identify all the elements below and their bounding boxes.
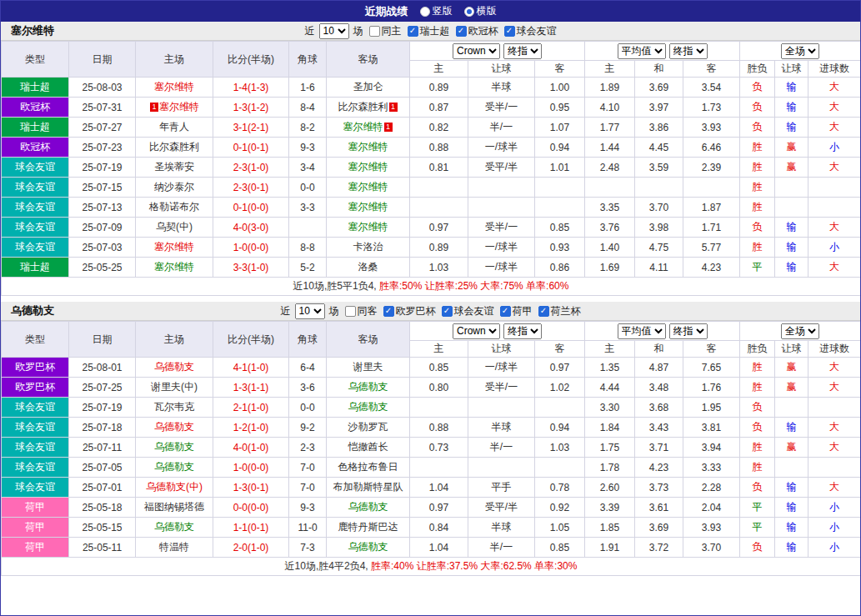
score-cell[interactable]: 1-3(1-1) (213, 378, 289, 398)
team-name[interactable]: 圣埃蒂安 (154, 161, 194, 173)
score-cell[interactable]: 1-0(0-0) (213, 458, 289, 478)
team-name[interactable]: 特温特 (159, 541, 189, 553)
team-name[interactable]: 塞尔维特 (348, 161, 388, 173)
odds-source-select[interactable]: 平均值 (618, 43, 666, 59)
score-cell[interactable]: 2-3(0-1) (213, 178, 289, 198)
odds-group-header-2: 全场 (740, 322, 861, 341)
col-header-score: 比分(半场) (213, 42, 289, 78)
odds-source-select[interactable]: 全场 (781, 43, 819, 59)
score-cell[interactable]: 1-2(1-0) (213, 418, 289, 438)
team-name[interactable]: 卡洛治 (353, 241, 383, 253)
team-name[interactable]: 塞尔维特 (343, 121, 383, 133)
layout-vertical-radio[interactable]: 竖版 (420, 4, 453, 18)
team-name[interactable]: 乌德勒支(中) (146, 481, 203, 493)
team-name[interactable]: 鹿特丹斯巴达 (338, 521, 398, 533)
team-name[interactable]: 塞尔维特 (154, 241, 194, 253)
result-handicap: 赢 (775, 358, 808, 378)
score-cell[interactable]: 1-0(0-0) (213, 238, 289, 258)
league-filter-checkbox[interactable]: ✓欧冠杯 (456, 24, 498, 38)
score-cell[interactable]: 1-3(0-1) (213, 478, 289, 498)
odds-source-select[interactable]: 终指 (503, 323, 542, 339)
col-header-date: 日期 (69, 322, 136, 358)
team-name[interactable]: 格勒诺布尔 (149, 201, 199, 213)
team-name[interactable]: 乌德勒支 (348, 501, 388, 513)
avg-away-odds: 2.39 (683, 158, 740, 178)
score-cell[interactable]: 2-3(1-0) (213, 158, 289, 178)
score-cell[interactable]: 2-1(1-0) (213, 398, 289, 418)
team-name[interactable]: 乌德勒支 (154, 361, 194, 373)
team-name[interactable]: 乌德勒支 (348, 381, 388, 393)
odds-source-select[interactable]: 终指 (503, 43, 542, 59)
layout-horizontal-radio[interactable]: 横版 (464, 4, 497, 18)
league-filter-checkbox[interactable]: ✓荷甲 (500, 304, 533, 318)
league-filter-checkbox[interactable]: ✓球会友谊 (504, 24, 557, 38)
team-name[interactable]: 乌德勒支 (348, 541, 388, 553)
league-filter-checkbox[interactable]: ✓荷兰杯 (538, 304, 581, 318)
team-name[interactable]: 乌德勒支 (154, 421, 194, 433)
team-name[interactable]: 圣加仑 (353, 81, 383, 93)
odds-source-select[interactable]: Crown (453, 43, 500, 59)
team-name[interactable]: 比尔森胜利 (338, 101, 388, 113)
away-team-cell: 卡洛治 (327, 238, 410, 258)
avg-home-odds: 3.30 (585, 398, 635, 418)
same-venue-checkbox[interactable]: 同主 (369, 24, 402, 38)
league-filter-checkbox[interactable]: ✓瑞士超 (408, 24, 450, 38)
match-date: 25-05-15 (69, 518, 136, 538)
result-handicap (775, 458, 808, 478)
sub-col-header: 客 (683, 341, 740, 358)
team-name[interactable]: 塞尔维特 (154, 81, 194, 93)
league-filter-checkbox[interactable]: ✓欧罗巴杯 (383, 304, 436, 318)
score-cell[interactable]: 1-3(1-2) (213, 98, 289, 118)
team-name[interactable]: 塞尔维特 (348, 221, 388, 233)
odds-source-select[interactable]: 全场 (781, 323, 819, 339)
score-cell[interactable]: 2-0(1-0) (213, 538, 289, 558)
ah-away-odds: 0.93 (535, 238, 585, 258)
odds-source-select[interactable]: 平均值 (618, 323, 666, 339)
score-cell[interactable]: 0-1(0-1) (213, 138, 289, 158)
team-name[interactable]: 塞尔维特 (154, 261, 194, 273)
team-name[interactable]: 谢里夫 (353, 361, 383, 373)
score-cell[interactable]: 4-0(3-0) (213, 218, 289, 238)
team-name[interactable]: 谢里夫(中) (151, 381, 198, 393)
odds-source-select[interactable]: 终指 (669, 43, 708, 59)
odds-source-select[interactable]: 终指 (669, 323, 708, 339)
team-name[interactable]: 布加勒斯特星队 (333, 481, 403, 493)
team-name[interactable]: 福图纳锡塔德 (144, 501, 204, 513)
team-name[interactable]: 比尔森胜利 (149, 141, 199, 153)
avg-home-odds: 1.84 (585, 418, 635, 438)
league-filter-checkbox[interactable]: ✓球会友谊 (442, 304, 494, 318)
match-count-select[interactable]: 10 (319, 23, 349, 39)
team-name[interactable]: 瓦尔韦克 (154, 401, 194, 413)
score-cell[interactable]: 1-1(0-1) (213, 518, 289, 538)
team-name[interactable]: 年青人 (159, 121, 189, 133)
odds-source-select[interactable]: Crown (453, 323, 500, 339)
sub-col-header: 和 (635, 341, 683, 358)
score-cell[interactable]: 3-1(2-1) (213, 118, 289, 138)
team-name[interactable]: 纳沙泰尔 (154, 181, 194, 193)
match-count-select[interactable]: 10 (295, 303, 325, 319)
score-cell[interactable]: 4-1(1-0) (213, 358, 289, 378)
team-name[interactable]: 恺撒酋长 (348, 441, 388, 453)
score-cell[interactable]: 1-4(1-3) (213, 78, 289, 98)
ah-handicap (468, 178, 535, 198)
score-cell[interactable]: 0-0(0-0) (213, 498, 289, 518)
score-cell[interactable]: 0-1(0-0) (213, 198, 289, 218)
team-name[interactable]: 乌德勒支 (154, 441, 194, 453)
team-name[interactable]: 沙勒罗瓦 (348, 421, 388, 433)
team-name[interactable]: 塞尔维特 (159, 101, 199, 113)
score-cell[interactable]: 3-3(1-0) (213, 258, 289, 278)
team-name[interactable]: 乌德勒支 (154, 521, 194, 533)
team-name[interactable]: 塞尔维特 (348, 181, 388, 193)
team-name[interactable]: 乌德勒支 (348, 401, 388, 413)
col-header-away: 客场 (327, 322, 410, 358)
same-venue-checkbox[interactable]: 同客 (345, 304, 378, 318)
league-badge: 荷甲 (2, 498, 69, 518)
checkbox-icon: ✓ (383, 306, 394, 317)
team-name[interactable]: 色格拉布鲁日 (338, 461, 398, 473)
team-name[interactable]: 塞尔维特 (348, 141, 388, 153)
score-cell[interactable]: 4-0(1-0) (213, 438, 289, 458)
team-name[interactable]: 乌契(中) (156, 221, 193, 233)
team-name[interactable]: 乌德勒支 (154, 461, 194, 473)
team-name[interactable]: 洛桑 (358, 261, 378, 273)
team-name[interactable]: 塞尔维特 (348, 201, 388, 213)
